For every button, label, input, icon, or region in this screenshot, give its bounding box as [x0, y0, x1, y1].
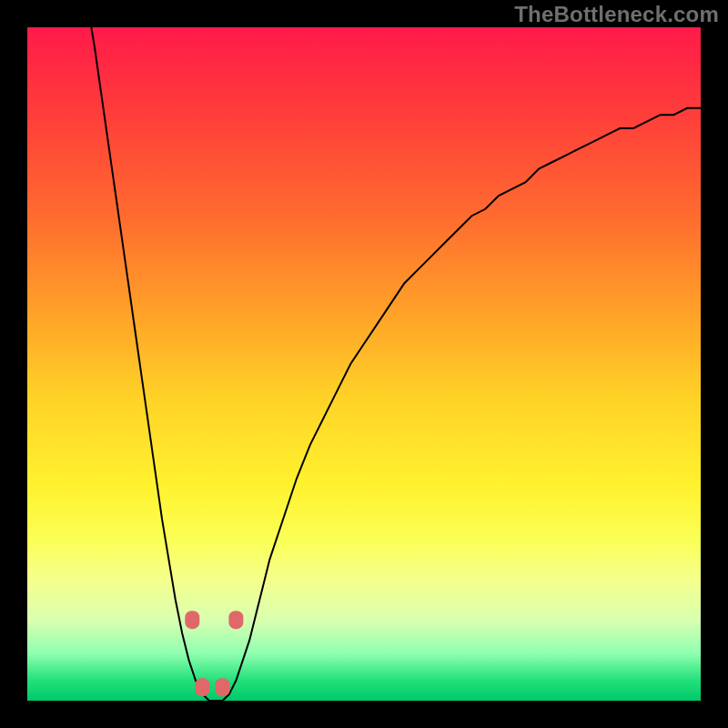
curve-marker-3 — [228, 611, 243, 629]
curve-marker-1 — [195, 678, 209, 696]
bottleneck-curve — [91, 27, 701, 701]
curve-marker-2 — [216, 678, 230, 696]
chart-svg — [27, 27, 701, 701]
figure-container: TheBottleneck.com — [0, 0, 728, 728]
curve-marker-0 — [185, 611, 199, 629]
watermark-text: TheBottleneck.com — [514, 2, 719, 27]
plot-area — [27, 27, 701, 701]
